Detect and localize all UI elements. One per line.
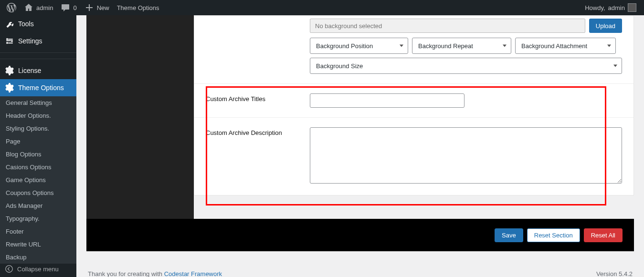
svg-point-0 <box>6 266 12 272</box>
bg-repeat-select[interactable]: Background Repeat <box>412 38 511 54</box>
menu-theme-options-label: Theme Options <box>18 84 64 92</box>
footer-link[interactable]: Codestar Framework <box>164 270 222 277</box>
site-name-label: admin <box>36 4 53 11</box>
submenu-item[interactable]: Footer <box>0 225 76 238</box>
submenu: General Settings Header Options. Styling… <box>0 96 76 264</box>
menu-settings-label: Settings <box>18 37 42 45</box>
bg-size-select[interactable]: Background Size <box>310 58 622 74</box>
menu-settings[interactable]: Settings <box>0 32 76 50</box>
submenu-item[interactable]: Styling Options. <box>0 122 76 135</box>
new-content-menu[interactable]: New <box>81 0 113 15</box>
bg-attach-select[interactable]: Background Attachment <box>515 38 616 54</box>
comments-count: 0 <box>73 4 76 11</box>
wrench-icon <box>5 19 14 29</box>
footer-thanks: Thank you for creating with Codestar Fra… <box>88 270 222 277</box>
field-archive-desc: Custom Archive Description <box>194 118 633 195</box>
collapse-menu-button[interactable]: Collapse menu <box>0 261 76 277</box>
bg-position-select[interactable]: Background Position <box>310 38 408 54</box>
menu-theme-options[interactable]: Theme Options <box>0 79 76 96</box>
my-account-menu[interactable]: Howdy, admin <box>581 0 640 15</box>
home-icon <box>24 3 33 12</box>
admin-bar: admin 0 New Theme Options Howdy, admin <box>0 0 644 15</box>
options-footer: Save Reset Section Reset All <box>86 219 634 251</box>
menu-license-label: License <box>18 67 41 74</box>
submenu-item[interactable]: Rewrite URL <box>0 238 76 251</box>
collapse-icon <box>5 265 13 273</box>
howdy-prefix: Howdy, <box>585 4 605 11</box>
wp-footer: Thank you for creating with Codestar Fra… <box>86 270 634 277</box>
submenu-item[interactable]: Header Options. <box>0 109 76 122</box>
archive-desc-label: Custom Archive Description <box>206 127 310 185</box>
options-nav-sidebar <box>86 15 194 219</box>
reset-all-button[interactable]: Reset All <box>584 228 623 242</box>
field-archive-titles: Custom Archive Titles <box>194 84 633 118</box>
reset-section-button[interactable]: Reset Section <box>527 228 580 242</box>
footer-version: Version 5.4.2 <box>596 270 633 277</box>
comment-icon <box>61 3 70 12</box>
menu-tools-label: Tools <box>18 20 34 28</box>
gear-icon <box>5 66 14 75</box>
submenu-item[interactable]: Blog Options <box>0 148 76 161</box>
archive-desc-textarea[interactable] <box>310 127 622 184</box>
page-title-label: Theme Options <box>117 4 159 11</box>
submenu-item[interactable]: Coupons Options <box>0 186 76 199</box>
collapse-label: Collapse menu <box>17 266 59 273</box>
save-button[interactable]: Save <box>495 228 523 242</box>
submenu-item[interactable]: Page <box>0 135 76 148</box>
options-body: Upload Background Position Background Re… <box>194 15 634 195</box>
admin-bar-right: Howdy, admin <box>581 0 644 15</box>
new-label: New <box>97 4 109 11</box>
background-path-input[interactable] <box>310 19 585 33</box>
site-name-menu[interactable]: admin <box>20 0 57 15</box>
archive-titles-input[interactable] <box>310 93 465 108</box>
archive-titles-label: Custom Archive Titles <box>206 93 310 108</box>
howdy-user: admin <box>608 4 625 11</box>
gear-icon <box>5 83 14 92</box>
submenu-item[interactable]: Ads Manager <box>0 199 76 212</box>
submenu-item[interactable]: General Settings <box>0 96 76 109</box>
admin-sidebar: Tools Settings License Theme Options Gen… <box>0 15 76 277</box>
wordpress-icon <box>7 3 16 12</box>
admin-bar-left: admin 0 New Theme Options <box>0 0 163 15</box>
background-controls: Upload Background Position Background Re… <box>310 19 622 74</box>
submenu-item[interactable]: Casions Options <box>0 161 76 174</box>
comments-menu[interactable]: 0 <box>57 0 80 15</box>
main-wrap: Upload Background Position Background Re… <box>76 15 644 277</box>
field-label-empty <box>206 19 310 74</box>
submenu-item[interactable]: Game Options <box>0 174 76 186</box>
submenu-item[interactable]: Typography. <box>0 212 76 225</box>
upload-button[interactable]: Upload <box>589 19 622 33</box>
menu-license[interactable]: License <box>0 62 76 79</box>
sliders-icon <box>5 36 14 46</box>
page-title-menu[interactable]: Theme Options <box>113 0 163 15</box>
avatar <box>628 3 636 12</box>
wp-logo-menu[interactable] <box>3 0 20 15</box>
plus-icon <box>84 3 94 12</box>
menu-separator <box>0 52 76 59</box>
menu-tools[interactable]: Tools <box>0 15 76 32</box>
field-background: Upload Background Position Background Re… <box>194 16 633 84</box>
